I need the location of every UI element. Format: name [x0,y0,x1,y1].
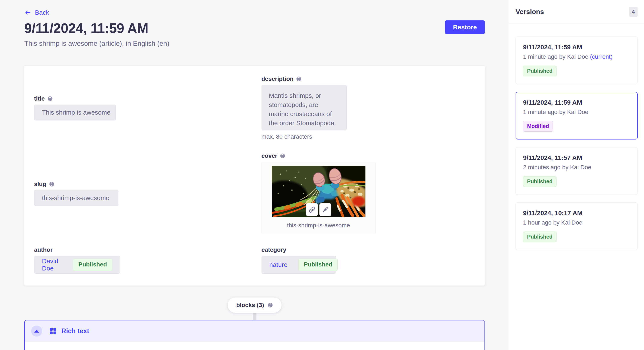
description-label: description [262,75,294,82]
category-status-badge: Published [298,259,338,271]
version-form-card: title This shrimp is awesome description [24,66,485,286]
version-status-badge: Published [523,232,556,242]
category-label: category [262,246,286,253]
main-content: Back 9/11/2024, 11:59 AM This shrimp is … [0,0,509,350]
version-meta: 1 hour ago by Kai Doe [523,219,630,226]
title-label: title [34,95,45,102]
version-meta: 1 minute ago by Kai Doe (current) [523,53,630,60]
field-category: category nature Published [262,246,475,274]
versions-title: Versions [516,8,544,16]
back-link[interactable]: Back [24,9,49,16]
component-title[interactable]: Rich text [50,327,89,335]
field-author: author David Doe Published [34,246,248,274]
version-status-badge: Modified [523,121,553,132]
collapse-button[interactable] [31,326,42,337]
globe-icon [268,302,273,308]
globe-icon [280,153,285,159]
field-slug: slug this-shrimp-is-awesome [34,181,248,206]
title-input[interactable]: This shrimp is awesome [34,105,116,120]
version-date: 9/11/2024, 11:59 AM [523,99,630,106]
field-title: title This shrimp is awesome [34,95,248,120]
author-link[interactable]: David Doe [42,257,62,272]
version-card[interactable]: 9/11/2024, 11:59 AM 1 minute ago by Kai … [516,37,638,84]
rich-text-block: Rich text body [24,320,485,350]
version-card[interactable]: 9/11/2024, 11:57 AM 2 minutes ago by Kai… [516,147,638,195]
version-meta: 2 minutes ago by Kai Doe [523,164,630,171]
component-grid-icon [50,328,56,334]
versions-count-badge: 4 [629,7,638,17]
version-card[interactable]: 9/11/2024, 11:59 AM 1 minute ago by Kai … [516,92,638,140]
version-date: 9/11/2024, 11:59 AM [523,44,630,51]
rich-text-block-header: Rich text [25,321,484,342]
version-meta: 1 minute ago by Kai Doe [523,109,630,116]
caret-up-icon [34,330,39,333]
block-connector [253,313,256,320]
slug-label: slug [34,181,46,187]
description-textarea[interactable]: Mantis shrimps, or stomatopods, are mari… [262,85,347,130]
cover-caption: this-shrimp-is-awesome [262,222,376,229]
version-card[interactable]: 9/11/2024, 10:17 AM 1 hour ago by Kai Do… [516,202,638,250]
category-relation-box: nature Published [262,256,336,274]
cover-card: this-shrimp-is-awesome [262,162,376,234]
version-date: 9/11/2024, 10:17 AM [523,209,630,217]
globe-icon [296,76,302,82]
globe-icon [47,96,53,101]
field-cover: cover [262,153,475,234]
page-title: 9/11/2024, 11:59 AM [24,20,169,36]
edit-image-button[interactable] [319,203,331,216]
cover-label: cover [262,153,278,159]
blocks-field-pill[interactable]: blocks (3) [228,298,282,313]
back-label: Back [35,9,49,16]
page-subtitle: This shrimp is awesome (article), in Eng… [24,39,169,47]
author-status-badge: Published [73,259,112,271]
version-status-badge: Published [523,176,556,187]
field-description: description Mantis shrimps, or stomatopo… [262,75,475,140]
versions-list: 9/11/2024, 11:59 AM 1 minute ago by Kai … [509,24,644,263]
versions-sidebar: Versions 4 9/11/2024, 11:59 AM 1 minute … [509,0,644,350]
restore-button[interactable]: Restore [445,20,485,34]
link-icon [308,206,315,213]
version-current-label: (current) [590,53,612,60]
slug-input[interactable]: this-shrimp-is-awesome [34,190,118,206]
copy-link-button[interactable] [306,203,318,216]
description-hint: max. 80 characters [262,133,475,140]
author-relation-box: David Doe Published [34,256,120,274]
category-link[interactable]: nature [270,261,288,268]
cover-image [272,166,366,217]
component-title-label: Rich text [61,327,89,335]
version-date: 9/11/2024, 11:57 AM [523,154,630,161]
author-label: author [34,246,52,253]
globe-icon [49,181,54,187]
blocks-pill-label: blocks (3) [236,302,264,309]
version-status-badge: Published [523,66,556,76]
pencil-icon [322,206,328,213]
arrow-left-icon [24,9,32,16]
